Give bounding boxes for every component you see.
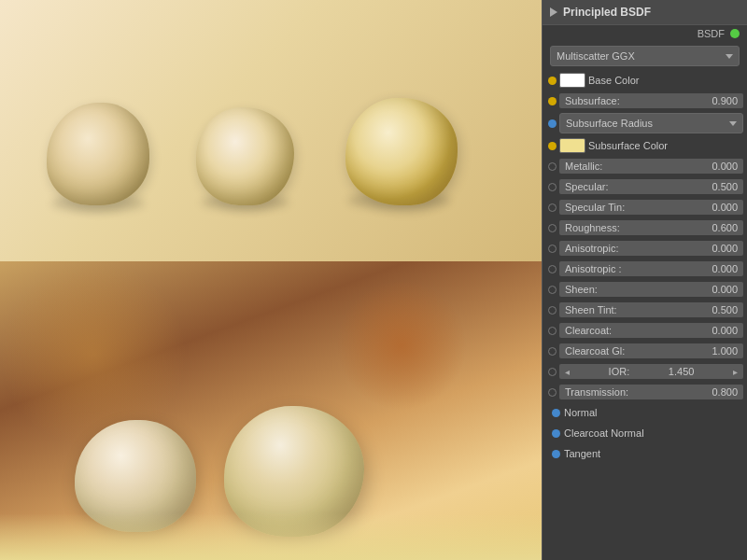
prop-sheen: Sheen: 0.000 (543, 279, 747, 300)
dropdown-label: Multiscatter GGX (557, 50, 635, 62)
subsurface-radius-dropdown[interactable]: Subsurface Radius (559, 113, 743, 133)
bsdf-row: BSDF (543, 25, 747, 42)
label-roughness: Roughness: (565, 222, 620, 233)
socket-ior[interactable] (548, 368, 557, 376)
field-roughness[interactable]: Roughness: 0.600 (559, 220, 743, 235)
value-ior: 1.450 (669, 366, 695, 377)
socket-sheen[interactable] (548, 286, 557, 294)
value-specular-tint: 0.000 (712, 202, 738, 213)
field-ior[interactable]: ◂ IOR: 1.450 ▸ (559, 364, 743, 379)
table-surface (0, 513, 542, 560)
prop-specular-tint: Specular Tin: 0.000 (543, 197, 747, 217)
object-1-top (47, 103, 149, 205)
subsurface-radius-arrow-icon (729, 121, 737, 126)
swatch-subsurface-color[interactable] (559, 138, 585, 153)
value-metallic: 0.000 (712, 161, 738, 172)
collapse-icon[interactable] (550, 7, 557, 17)
prop-roughness: Roughness: 0.600 (543, 217, 747, 238)
field-transmission[interactable]: Transmission: 0.800 (559, 385, 743, 399)
socket-metallic[interactable] (548, 162, 557, 171)
value-anisotropic1: 0.000 (712, 243, 738, 254)
socket-subsurface[interactable] (548, 97, 557, 105)
value-clearcoat: 0.000 (712, 325, 738, 336)
field-specular[interactable]: Specular: 0.500 (559, 179, 743, 194)
label-clearcoat-gl: Clearcoat Gl: (565, 345, 625, 357)
socket-clearcoat[interactable] (548, 327, 557, 335)
prop-normal: Normal (543, 402, 747, 423)
label-subsurface-radius: Subsurface Radius (566, 118, 653, 129)
socket-sheen-tint[interactable] (548, 306, 557, 315)
prop-anisotropic1: Anisotropic: 0.000 (543, 238, 747, 259)
ior-right-arrow-icon: ▸ (733, 367, 738, 377)
field-clearcoat-gl[interactable]: Clearcoat Gl: 1.000 (559, 343, 743, 358)
field-metallic[interactable]: Metallic: 0.000 (559, 159, 743, 174)
socket-anisotropic1[interactable] (548, 245, 557, 253)
multiscatter-dropdown[interactable]: Multiscatter GGX (550, 46, 740, 66)
socket-specular[interactable] (548, 183, 557, 191)
prop-ior: ◂ IOR: 1.450 ▸ (543, 361, 747, 382)
prop-transmission: Transmission: 0.800 (543, 382, 747, 402)
panel-header: Principled BSDF (543, 0, 747, 25)
label-clearcoat: Clearcoat: (565, 325, 612, 336)
label-specular: Specular: (565, 181, 608, 192)
value-clearcoat-gl: 1.000 (712, 345, 738, 357)
viewport-top (0, 0, 542, 261)
value-anisotropic2: 0.000 (712, 263, 738, 274)
socket-normal[interactable] (552, 409, 560, 417)
bsdf-label: BSDF (698, 28, 725, 39)
socket-roughness[interactable] (548, 224, 557, 232)
label-sheen-tint: Sheen Tint: (565, 304, 617, 315)
bsdf-output-socket[interactable] (730, 29, 740, 38)
bokeh-2 (0, 261, 187, 448)
field-anisotropic1[interactable]: Anisotropic: 0.000 (559, 241, 743, 256)
socket-base-color[interactable] (548, 77, 557, 85)
prop-subsurface-color: Subsurface Color (543, 135, 747, 156)
field-anisotropic2[interactable]: Anisotropic : 0.000 (559, 261, 743, 276)
value-transmission: 0.800 (712, 386, 738, 398)
field-clearcoat[interactable]: Clearcoat: 0.000 (559, 323, 743, 338)
socket-specular-tint[interactable] (548, 203, 557, 212)
value-roughness: 0.600 (712, 222, 738, 233)
viewport-area (0, 0, 542, 560)
socket-transmission[interactable] (548, 388, 557, 397)
socket-subsurface-color[interactable] (548, 142, 557, 150)
prop-specular: Specular: 0.500 (543, 176, 747, 197)
label-ior: IOR: (609, 366, 630, 377)
prop-clearcoat: Clearcoat: 0.000 (543, 320, 747, 341)
prop-subsurface: Subsurface: 0.900 (543, 91, 747, 111)
prop-base-color: Base Color (543, 70, 747, 91)
viewport-bottom (0, 261, 542, 560)
label-clearcoat-normal: Clearcoat Normal (564, 427, 644, 439)
object-2-top (196, 107, 294, 205)
panel-title: Principled BSDF (563, 6, 651, 19)
field-subsurface[interactable]: Subsurface: 0.900 (559, 93, 743, 108)
socket-clearcoat-normal[interactable] (552, 429, 560, 438)
object-3-top (345, 98, 458, 205)
ior-left-arrow-icon: ◂ (565, 367, 570, 377)
label-tangent: Tangent (564, 448, 600, 459)
label-specular-tint: Specular Tin: (565, 202, 625, 213)
field-sheen-tint[interactable]: Sheen Tint: 0.500 (559, 302, 743, 317)
field-specular-tint[interactable]: Specular Tin: 0.000 (559, 200, 743, 215)
label-sheen: Sheen: (565, 284, 598, 295)
label-anisotropic2: Anisotropic : (565, 263, 622, 274)
prop-tangent: Tangent (543, 443, 747, 464)
label-metallic: Metallic: (565, 161, 602, 172)
socket-tangent[interactable] (552, 450, 560, 458)
label-transmission: Transmission: (565, 386, 628, 398)
value-sheen-tint: 0.500 (712, 304, 738, 315)
socket-clearcoat-gl[interactable] (548, 347, 557, 356)
field-sheen[interactable]: Sheen: 0.000 (559, 282, 743, 297)
label-normal: Normal (564, 407, 597, 418)
prop-anisotropic2: Anisotropic : 0.000 (543, 259, 747, 279)
label-subsurface: Subsurface: (565, 95, 620, 106)
socket-anisotropic2[interactable] (548, 265, 557, 273)
value-subsurface: 0.900 (712, 95, 738, 106)
label-subsurface-color: Subsurface Color (588, 140, 743, 151)
prop-subsurface-radius: Subsurface Radius (543, 111, 747, 135)
socket-subsurface-radius[interactable] (548, 119, 557, 128)
properties-panel: Principled BSDF BSDF Multiscatter GGX Ba… (542, 0, 747, 560)
swatch-base-color[interactable] (559, 73, 585, 88)
prop-metallic: Metallic: 0.000 (543, 156, 747, 176)
prop-clearcoat-gl: Clearcoat Gl: 1.000 (543, 341, 747, 361)
